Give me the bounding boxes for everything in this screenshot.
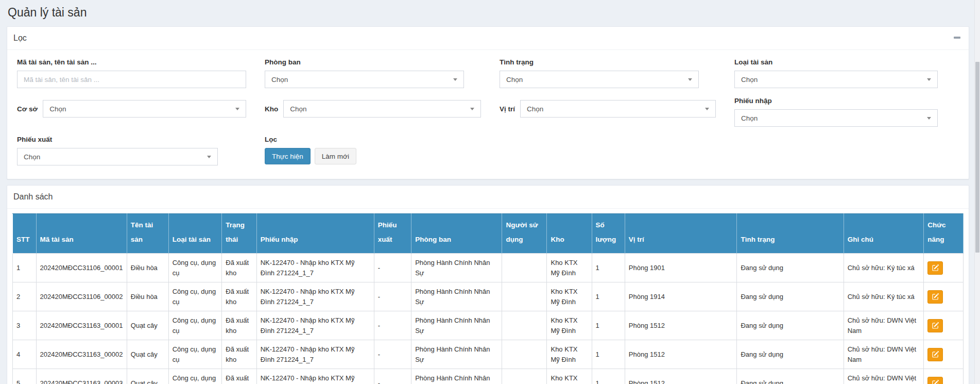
collapse-filter-button[interactable] bbox=[952, 35, 962, 40]
caret-down-icon bbox=[688, 78, 692, 81]
phieu-nhap-select-value: Chọn bbox=[741, 114, 758, 122]
column-header-13: Tình trạng bbox=[737, 214, 844, 254]
kho-select-value: Chọn bbox=[290, 105, 306, 113]
phieu-xuat-select[interactable]: Chọn bbox=[17, 148, 218, 165]
edit-button[interactable] bbox=[927, 348, 943, 361]
scrollbar-thumb[interactable] bbox=[975, 62, 979, 253]
co-so-select-value: Chọn bbox=[49, 105, 66, 113]
column-header-4: Loại tài sản bbox=[168, 214, 222, 254]
column-header-7: Phiếu xuất bbox=[374, 214, 411, 254]
table-cell: Quạt cây bbox=[127, 369, 168, 384]
table-cell: 1 bbox=[592, 282, 625, 311]
table-cell: Kho KTX Mỹ Đình bbox=[547, 254, 592, 282]
table-cell-actions bbox=[924, 311, 964, 340]
table-cell: 1 bbox=[13, 254, 37, 282]
filter-panel-title: Lọc bbox=[13, 34, 27, 42]
phong-ban-select[interactable]: Chọn bbox=[265, 71, 464, 88]
caret-down-icon bbox=[927, 78, 931, 81]
table-cell: NK-122470 - Nhập kho KTX Mỹ Đình 271224_… bbox=[256, 369, 374, 384]
list-panel: Danh sách STTMã tài sảnTên tài sảnLoại t… bbox=[7, 185, 969, 384]
column-header-6: Phiếu nhập bbox=[256, 214, 374, 254]
reset-filter-button[interactable]: Làm mới bbox=[315, 148, 356, 164]
table-cell: 1 bbox=[592, 254, 625, 282]
table-cell: Đang sử dụng bbox=[737, 282, 844, 311]
table-cell: 4 bbox=[13, 340, 37, 369]
submit-filter-button[interactable]: Thực hiện bbox=[265, 148, 311, 164]
column-header-5: Trạng thái bbox=[222, 214, 256, 254]
filter-field-vi-tri: Vị trí Chọn bbox=[500, 100, 716, 118]
vertical-scrollbar[interactable] bbox=[974, 0, 980, 384]
table-cell bbox=[502, 369, 547, 384]
table-cell: Chủ sở hữu: DWN Việt Nam bbox=[844, 340, 923, 369]
table-cell: Phòng Hành Chính Nhân Sự bbox=[411, 282, 502, 311]
table-cell: Kho KTX Mỹ Đình bbox=[547, 282, 592, 311]
search-label: Mã tài sản, tên tài sản ... bbox=[17, 58, 246, 66]
page-title: Quản lý tài sản bbox=[7, 0, 969, 26]
table-cell: 2 bbox=[13, 282, 37, 311]
table-cell: Phòng Hành Chính Nhân Sự bbox=[411, 254, 502, 282]
table-cell: 202420MĐCC31163_00003 bbox=[36, 369, 127, 384]
table-cell bbox=[502, 282, 547, 311]
filter-actions: Lọc Thực hiện Làm mới bbox=[265, 136, 481, 164]
edit-button[interactable] bbox=[927, 290, 943, 304]
kho-label: Kho bbox=[265, 105, 278, 113]
phieu-nhap-label: Phiếu nhập bbox=[734, 97, 938, 105]
table-cell: Công cụ, dụng cụ bbox=[168, 311, 222, 340]
co-so-label: Cơ sở bbox=[17, 105, 38, 113]
loai-tai-san-select[interactable]: Chọn bbox=[734, 71, 938, 88]
filter-field-kho: Kho Chọn bbox=[265, 100, 481, 118]
assets-table-head: STTMã tài sảnTên tài sảnLoại tài sảnTrạn… bbox=[13, 214, 964, 254]
filter-field-phieu-xuat: Phiếu xuất Chọn bbox=[17, 136, 246, 165]
table-cell: - bbox=[374, 282, 411, 311]
table-cell: Đang sử dụng bbox=[737, 311, 844, 340]
table-cell: Chủ sở hữu: DWN Việt Nam bbox=[844, 369, 923, 384]
table-cell: Đang sử dụng bbox=[737, 369, 844, 384]
kho-select[interactable]: Chọn bbox=[283, 100, 481, 118]
table-row: 3202420MĐCC31163_00001Quạt câyCông cụ, d… bbox=[13, 311, 964, 340]
edit-icon bbox=[932, 380, 939, 384]
table-cell: Quạt cây bbox=[127, 311, 168, 340]
column-header-14: Ghi chú bbox=[844, 214, 923, 254]
filter-field-loai-tai-san: Loại tài sản Chọn bbox=[734, 58, 938, 88]
table-cell: - bbox=[374, 340, 411, 369]
co-so-select[interactable]: Chọn bbox=[43, 100, 246, 118]
table-cell: Chủ sở hữu: Ký túc xá bbox=[844, 282, 923, 311]
table-cell: - bbox=[374, 369, 411, 384]
header-row: STTMã tài sảnTên tài sảnLoại tài sảnTrạn… bbox=[13, 214, 964, 254]
table-row: 1202420MĐCC31106_00001Điều hòaCông cụ, d… bbox=[13, 254, 964, 282]
column-header-12: Vị trí bbox=[625, 214, 737, 254]
column-header-3: Tên tài sản bbox=[127, 214, 168, 254]
vi-tri-select[interactable]: Chọn bbox=[520, 100, 716, 118]
table-cell: NK-122470 - Nhập kho KTX Mỹ Đình 271224_… bbox=[256, 311, 374, 340]
table-cell: Đã xuất kho bbox=[222, 254, 256, 282]
filter-field-co-so: Cơ sở Chọn bbox=[17, 100, 246, 118]
edit-button[interactable] bbox=[927, 319, 943, 332]
search-input[interactable] bbox=[17, 71, 246, 88]
table-cell: - bbox=[374, 254, 411, 282]
asset-management-page: Quản lý tài sản Lọc Mã tài sản, tên tài … bbox=[7, 0, 969, 384]
phieu-nhap-select[interactable]: Chọn bbox=[734, 109, 938, 127]
table-cell: Kho KTX Mỹ Đình bbox=[547, 369, 592, 384]
phong-ban-label: Phòng ban bbox=[265, 58, 481, 66]
filter-panel-body: Mã tài sản, tên tài sản ... Phòng ban Ch… bbox=[7, 50, 969, 179]
edit-icon bbox=[932, 293, 939, 300]
filter-field-tinh-trang: Tình trạng Chọn bbox=[500, 58, 716, 88]
table-cell: Công cụ, dụng cụ bbox=[168, 369, 222, 384]
table-cell: Đã xuất kho bbox=[222, 311, 256, 340]
filter-panel: Lọc Mã tài sản, tên tài sản ... Phòng ba… bbox=[7, 26, 969, 179]
table-cell: 202420MĐCC31106_00001 bbox=[36, 254, 127, 282]
loai-tai-san-select-value: Chọn bbox=[741, 76, 758, 84]
edit-button[interactable] bbox=[927, 377, 943, 384]
table-row: 4202420MĐCC31163_00002Quạt câyCông cụ, d… bbox=[13, 340, 964, 369]
table-cell: - bbox=[374, 311, 411, 340]
edit-button[interactable] bbox=[927, 261, 943, 275]
tinh-trang-select[interactable]: Chọn bbox=[500, 71, 699, 88]
table-cell: NK-122470 - Nhập kho KTX Mỹ Đình 271224_… bbox=[256, 282, 374, 311]
minus-icon bbox=[954, 37, 960, 39]
filter-field-phong-ban: Phòng ban Chọn bbox=[265, 58, 481, 88]
column-header-9: Người sử dụng bbox=[502, 214, 547, 254]
phieu-xuat-select-value: Chọn bbox=[24, 153, 40, 161]
table-cell: Chủ sở hữu: DWN Việt Nam bbox=[844, 311, 923, 340]
edit-icon bbox=[932, 264, 939, 271]
caret-down-icon bbox=[235, 108, 239, 110]
